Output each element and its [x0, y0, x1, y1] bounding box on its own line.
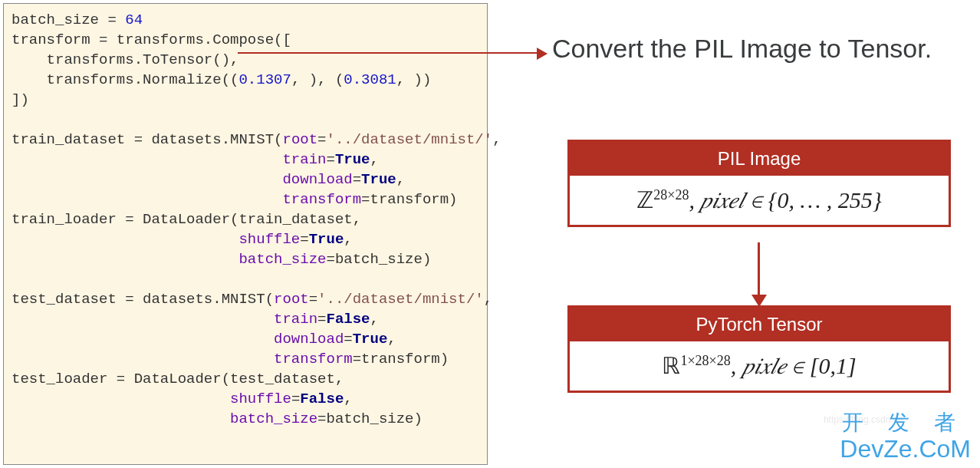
kwarg: shuffle [238, 231, 300, 248]
math-r: ℝ [662, 353, 680, 378]
tensor-box: PyTorch Tensor ℝ1×28×28, 𝑝𝑖𝑥𝑙𝑒 ∈ [0,1] [567, 305, 951, 393]
pil-image-box: PIL Image ℤ28×28, 𝑝𝑖𝑥𝑒𝑙 ∈ {0, … , 255} [567, 140, 951, 227]
arrow-line [758, 242, 760, 296]
var: train_loader [12, 211, 117, 228]
kwarg: transform [274, 351, 353, 367]
kwarg: batch_size [238, 251, 326, 268]
num: 64 [125, 12, 143, 28]
var: batch_size [12, 12, 99, 28]
num: 0.3081 [344, 71, 396, 88]
str: '../dataset/mnist/' [317, 291, 484, 308]
kwarg: download [282, 171, 352, 188]
kwarg: transform [282, 191, 361, 208]
kwarg: train [274, 311, 317, 328]
math-z: ℤ [636, 187, 653, 213]
bool: True [335, 151, 370, 168]
text: ]) [12, 91, 29, 108]
annotation-text: Convert the PIL Image to Tensor. [552, 34, 932, 64]
rest: , 𝑝𝑖𝑥𝑒𝑙 ∈ {0, … , 255} [689, 187, 881, 213]
kwarg: shuffle [230, 391, 291, 407]
var: transform [12, 31, 90, 48]
text: , ), ( [291, 71, 344, 88]
watermark-en: DevZe.CoM [840, 435, 971, 463]
bool: False [326, 311, 370, 328]
call: transforms.Compose([ [117, 31, 291, 48]
box-math: ℤ28×28, 𝑝𝑖𝑥𝑒𝑙 ∈ {0, … , 255} [570, 176, 949, 225]
kwarg: train [282, 151, 326, 168]
watermark-cn: 开 发 者 [842, 408, 965, 437]
arrow-right-icon [537, 48, 548, 60]
text: , )) [396, 71, 432, 88]
kwarg: root [282, 131, 317, 148]
box-math: ℝ1×28×28, 𝑝𝑖𝑥𝑙𝑒 ∈ [0,1] [570, 341, 949, 391]
kwarg: root [274, 291, 309, 308]
sup: 1×28×28 [680, 353, 730, 368]
sup: 28×28 [653, 187, 689, 203]
code-block: batch_size = 64 transform = transforms.C… [3, 3, 488, 465]
box-title: PyTorch Tensor [570, 308, 949, 341]
kwarg: batch_size [230, 410, 317, 427]
bool: True [361, 171, 396, 188]
num: 0.1307 [238, 71, 291, 88]
kwarg: download [274, 331, 344, 348]
call: transforms.Normalize(( [47, 71, 239, 88]
var: test_loader [12, 371, 107, 387]
call: DataLoader( [143, 211, 238, 228]
call: datasets.MNIST( [151, 131, 282, 148]
rest: , 𝑝𝑖𝑥𝑙𝑒 ∈ [0,1] [731, 353, 857, 378]
box-title: PIL Image [570, 142, 949, 176]
arrow-line [238, 52, 541, 54]
var: test_dataset [12, 291, 117, 308]
call: transforms.ToTensor(), [47, 51, 239, 68]
str: '../dataset/mnist/' [327, 131, 493, 148]
bool: True [309, 231, 344, 248]
bool: True [353, 331, 388, 348]
bool: False [300, 391, 344, 407]
call: DataLoader( [134, 371, 230, 387]
call: datasets.MNIST( [143, 291, 274, 308]
var: train_dataset [12, 131, 125, 148]
